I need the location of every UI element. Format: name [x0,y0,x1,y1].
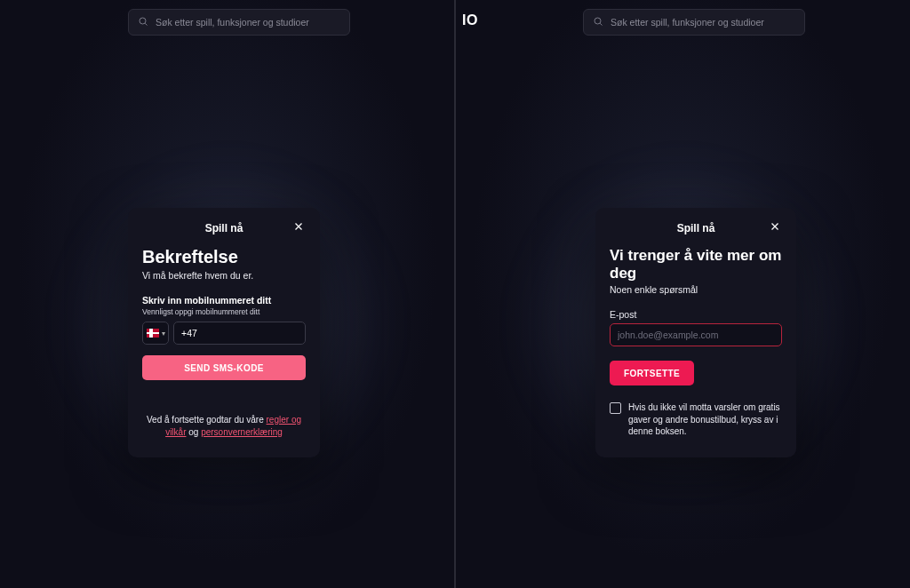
privacy-link[interactable]: personvernerklæring [201,427,283,437]
disclaimer-prefix: Ved å fortsette godtar du våre [147,415,267,425]
close-icon [770,221,780,234]
verification-subtext: Vi må bekrefte hvem du er. [142,270,306,281]
flag-icon [147,329,159,338]
search-icon [138,14,148,30]
modal-title: Spill nå [677,222,715,234]
close-button[interactable] [768,220,782,234]
email-input[interactable] [610,323,782,346]
svg-point-0 [140,18,146,24]
continue-button[interactable]: Fortsette [610,361,694,385]
disclaimer-mid: og [186,427,201,437]
close-button[interactable] [291,220,306,234]
phone-label: Skriv inn mobilnummeret ditt [142,295,306,306]
left-pane: Spill nå Bekreftelse Vi må bekrefte hvem… [0,0,455,588]
optout-row: Hvis du ikke vil motta varsler om gratis… [610,401,782,438]
search-bar-right[interactable] [583,9,805,36]
verification-heading: Bekreftelse [142,247,306,267]
svg-line-1 [145,23,147,25]
details-modal: Spill nå Vi trenger å vite mer om deg No… [595,208,796,457]
modal-header: Spill nå [142,222,306,234]
email-label: E-post [610,309,782,320]
pane-divider [454,0,456,588]
logo-fragment: IO [462,12,478,28]
svg-point-4 [595,18,601,24]
optout-text: Hvis du ikke vil motta varsler om gratis… [628,401,782,438]
svg-line-5 [600,23,602,25]
phone-input[interactable] [173,322,306,345]
search-input-left[interactable] [156,17,340,28]
right-pane: IO Spill nå Vi trenger å vite mer om deg… [455,0,910,588]
terms-disclaimer: Ved å fortsette godtar du våre regler og… [142,414,306,438]
search-bar-left[interactable] [128,9,350,36]
chevron-down-icon: ▾ [162,330,165,338]
close-icon [293,221,304,234]
modal-title: Spill nå [205,222,243,234]
verification-modal: Spill nå Bekreftelse Vi må bekrefte hvem… [128,208,320,457]
send-sms-button[interactable]: Send SMS-kode [142,355,306,380]
search-input-right[interactable] [611,17,795,28]
details-heading: Vi trenger å vite mer om deg [610,247,782,282]
phone-row: ▾ [142,322,306,345]
search-icon [593,14,603,30]
modal-header: Spill nå [610,222,782,234]
country-code-selector[interactable]: ▾ [142,322,169,345]
details-subtext: Noen enkle spørsmål [610,284,782,295]
phone-hint: Vennligst oppgi mobilnummeret ditt [142,307,306,316]
optout-checkbox[interactable] [610,402,621,414]
